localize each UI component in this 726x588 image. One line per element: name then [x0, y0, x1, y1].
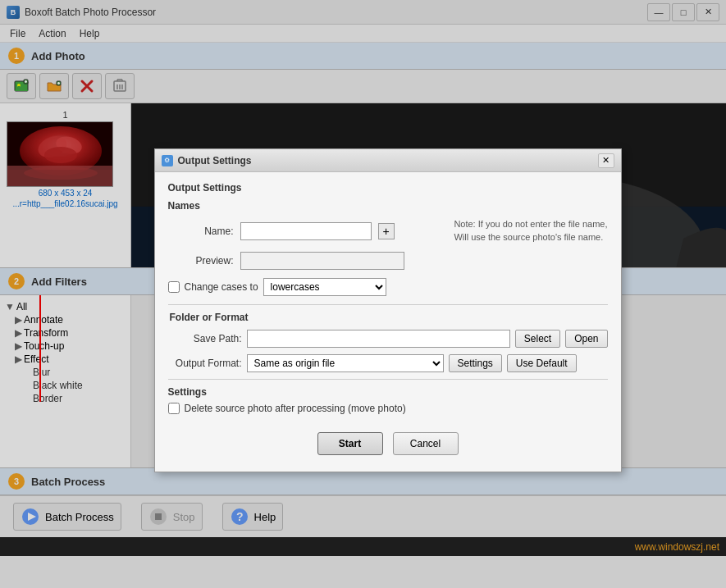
dialog-title-bar: ⚙ Output Settings ✕	[155, 149, 621, 172]
change-cases-select[interactable]: lowercases uppercases	[263, 278, 386, 296]
dialog-body: Output Settings Names Name: + Note: If y…	[155, 172, 621, 472]
settings-section-label: Settings	[168, 386, 608, 398]
output-settings-dialog: ⚙ Output Settings ✕ Output Settings Name…	[154, 148, 622, 472]
divider-1	[168, 304, 608, 305]
dialog-close-button[interactable]: ✕	[598, 153, 614, 168]
folder-format-label: Folder or Format	[168, 312, 608, 323]
preview-field-row: Preview:	[168, 252, 608, 270]
note-text: Note: If you do not enter the file name,…	[454, 218, 607, 244]
save-path-input[interactable]	[247, 330, 510, 348]
dialog-button-row: Start Cancel	[168, 422, 608, 462]
settings-section: Settings Delete source photo after proce…	[168, 386, 608, 414]
names-section-label: Names	[168, 200, 608, 212]
settings-button[interactable]: Settings	[449, 354, 502, 372]
save-path-label: Save Path:	[168, 333, 242, 344]
divider-2	[168, 379, 608, 380]
save-path-row: Save Path: Select Open	[168, 330, 608, 348]
dialog-title: Output Settings	[178, 155, 252, 166]
delete-source-row: Delete source photo after processing (mo…	[168, 403, 608, 414]
dialog-title-left: ⚙ Output Settings	[162, 155, 252, 166]
output-format-label: Output Format:	[168, 358, 242, 369]
output-format-row: Output Format: Same as origin file JPEG …	[168, 354, 608, 372]
dialog-icon: ⚙	[162, 155, 173, 166]
name-field-row: Name: + Note: If you do not enter the fi…	[168, 218, 608, 244]
change-cases-label: Change cases to	[185, 281, 258, 293]
output-format-select[interactable]: Same as origin file JPEG PNG BMP GIF TIF…	[247, 354, 444, 372]
output-settings-label: Output Settings	[168, 182, 608, 194]
change-cases-row: Change cases to lowercases uppercases	[168, 278, 608, 296]
delete-source-label: Delete source photo after processing (mo…	[185, 403, 406, 414]
use-default-button[interactable]: Use Default	[507, 354, 577, 372]
cancel-button[interactable]: Cancel	[393, 432, 459, 455]
preview-label: Preview:	[168, 255, 234, 267]
name-label: Name:	[168, 226, 234, 237]
delete-source-checkbox[interactable]	[168, 403, 180, 414]
name-add-button[interactable]: +	[378, 223, 395, 239]
dialog-overlay: ⚙ Output Settings ✕ Output Settings Name…	[0, 0, 726, 588]
start-button[interactable]: Start	[317, 432, 383, 455]
change-cases-checkbox[interactable]	[168, 281, 180, 293]
preview-input[interactable]	[240, 252, 404, 270]
select-button[interactable]: Select	[515, 330, 560, 348]
name-input[interactable]	[240, 222, 372, 240]
open-button[interactable]: Open	[565, 330, 607, 348]
